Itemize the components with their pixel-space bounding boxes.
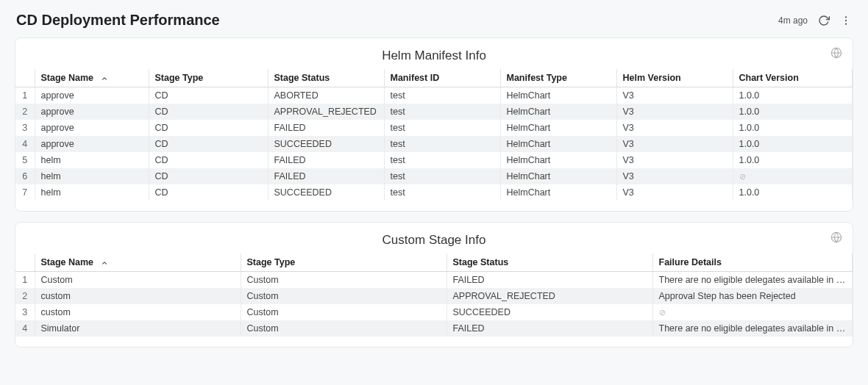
table-cell: test: [384, 184, 500, 201]
table-row[interactable]: 5helmCDFAILEDtestHelmChartV31.0.0: [15, 152, 853, 168]
table-cell: custom: [35, 304, 241, 320]
table-cell: Custom: [241, 288, 447, 304]
table-cell: helm: [35, 168, 149, 184]
table-cell: CD: [149, 104, 268, 120]
table-cell: Custom: [241, 304, 447, 320]
table-cell: test: [384, 152, 500, 168]
table-cell: APPROVAL_REJECTED: [268, 104, 384, 120]
table-cell: V3: [616, 104, 733, 120]
column-chart-version[interactable]: Chart Version: [733, 69, 853, 87]
table-header-row: Stage Name Stage Type Stage Status Failu…: [15, 253, 853, 272]
panel-custom-stage-info: Custom Stage Info Stage Name Stage Type …: [15, 222, 853, 348]
table-cell: 4: [15, 320, 35, 337]
table-row[interactable]: 4approveCDSUCCEEDEDtestHelmChartV31.0.0: [15, 136, 853, 152]
table-row[interactable]: 3customCustomSUCCEEDED⊘: [15, 304, 853, 320]
table-cell: ABORTED: [268, 87, 384, 104]
table-cell: helm: [35, 152, 149, 168]
column-stage-status[interactable]: Stage Status: [268, 69, 384, 87]
column-manifest-type[interactable]: Manifest Type: [500, 69, 616, 87]
panel-title: Custom Stage Info: [383, 233, 486, 248]
table-cell: 1: [15, 272, 35, 289]
sort-asc-icon: [101, 75, 108, 82]
globe-icon[interactable]: [830, 231, 842, 243]
table-cell: Custom: [241, 320, 447, 337]
table-cell: test: [384, 136, 500, 152]
table-cell: custom: [35, 288, 241, 304]
table-cell: SUCCEEDED: [268, 136, 384, 152]
table-row[interactable]: 2approveCDAPPROVAL_REJECTEDtestHelmChart…: [15, 104, 853, 120]
table-cell: APPROVAL_REJECTED: [447, 288, 652, 304]
svg-point-2: [845, 23, 847, 24]
table-cell: 1.0.0: [733, 136, 853, 152]
table-cell: HelmChart: [500, 104, 616, 120]
table-cell: Simulator: [35, 320, 241, 337]
timestamp: 4m ago: [778, 15, 808, 26]
table-cell: Custom: [35, 272, 241, 289]
column-label: Stage Name: [41, 73, 94, 83]
column-stage-type[interactable]: Stage Type: [149, 69, 268, 87]
table-row[interactable]: 6helmCDFAILEDtestHelmChartV3⊘: [15, 168, 853, 184]
column-failure-details[interactable]: Failure Details: [652, 253, 853, 272]
table-cell: 7: [15, 184, 35, 201]
column-label: Stage Name: [41, 257, 94, 267]
table-cell: SUCCEEDED: [268, 184, 384, 201]
table-cell: ⊘: [733, 168, 853, 184]
table-cell: approve: [35, 120, 149, 136]
column-stage-name[interactable]: Stage Name: [35, 253, 241, 272]
table-cell: CD: [149, 168, 268, 184]
more-icon[interactable]: [840, 15, 852, 26]
table-cell: CD: [149, 136, 268, 152]
column-rownum[interactable]: [15, 69, 35, 87]
table-cell: HelmChart: [500, 152, 616, 168]
custom-table: Stage Name Stage Type Stage Status Failu…: [15, 253, 853, 337]
panel-title: Helm Manifest Info: [382, 48, 486, 63]
table-cell: 1.0.0: [733, 184, 853, 201]
table-cell: 3: [15, 304, 35, 320]
table-row[interactable]: 1CustomCustomFAILEDThere are no eligible…: [15, 272, 853, 289]
table-cell: CD: [149, 152, 268, 168]
table-header-row: Stage Name Stage Type Stage Status Manif…: [15, 69, 853, 87]
column-stage-name[interactable]: Stage Name: [35, 69, 149, 87]
sort-asc-icon: [101, 259, 108, 267]
table-cell: HelmChart: [500, 120, 616, 136]
svg-point-1: [845, 19, 847, 21]
table-cell: FAILED: [447, 272, 652, 289]
column-stage-type[interactable]: Stage Type: [241, 253, 447, 272]
table-cell: HelmChart: [500, 87, 616, 104]
column-stage-status[interactable]: Stage Status: [447, 253, 652, 272]
column-manifest-id[interactable]: Manifest ID: [384, 69, 500, 87]
table-cell: HelmChart: [500, 136, 616, 152]
table-row[interactable]: 2customCustomAPPROVAL_REJECTEDApproval S…: [15, 288, 853, 304]
table-cell: 1.0.0: [733, 152, 853, 168]
table-cell: test: [384, 168, 500, 184]
table-row[interactable]: 7helmCDSUCCEEDEDtestHelmChartV31.0.0: [15, 184, 853, 201]
table-cell: There are no eligible delegates availabl…: [652, 320, 853, 337]
table-cell: 1.0.0: [733, 104, 853, 120]
refresh-icon[interactable]: [818, 15, 830, 26]
table-cell: approve: [35, 87, 149, 104]
svg-point-0: [845, 16, 847, 18]
table-row[interactable]: 3approveCDFAILEDtestHelmChartV31.0.0: [15, 120, 853, 136]
table-row[interactable]: 4SimulatorCustomFAILEDThere are no eligi…: [15, 320, 853, 337]
table-cell: FAILED: [447, 320, 652, 337]
table-cell: 2: [15, 288, 35, 304]
table-cell: CD: [149, 184, 268, 201]
column-rownum[interactable]: [15, 253, 35, 272]
globe-icon[interactable]: [830, 47, 842, 59]
table-cell: ⊘: [652, 304, 853, 320]
table-row[interactable]: 1approveCDABORTEDtestHelmChartV31.0.0: [15, 87, 853, 104]
page-title: CD Deployment Performance: [16, 12, 220, 29]
column-helm-version[interactable]: Helm Version: [616, 69, 733, 87]
table-cell: V3: [616, 168, 733, 184]
table-cell: FAILED: [268, 120, 384, 136]
table-cell: 1.0.0: [733, 120, 853, 136]
table-cell: SUCCEEDED: [447, 304, 652, 320]
helm-table: Stage Name Stage Type Stage Status Manif…: [15, 69, 853, 201]
table-cell: V3: [616, 120, 733, 136]
table-cell: Custom: [241, 272, 447, 289]
page-header: CD Deployment Performance 4m ago: [15, 9, 853, 37]
table-cell: V3: [616, 87, 733, 104]
table-cell: 3: [15, 120, 35, 136]
table-cell: CD: [149, 120, 268, 136]
table-cell: 4: [15, 136, 35, 152]
